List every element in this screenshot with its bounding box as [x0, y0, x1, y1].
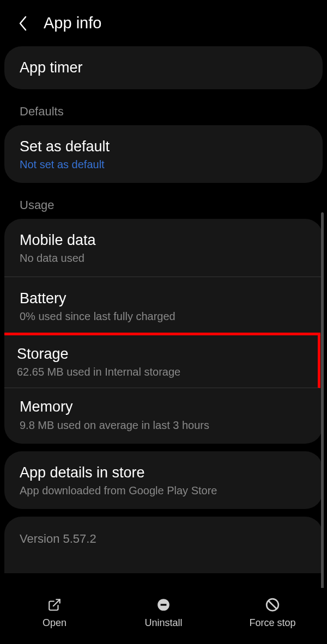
app-details-item[interactable]: App details in store App downloaded from… — [4, 451, 323, 509]
mobile-data-sub: No data used — [20, 252, 307, 265]
section-usage: Usage — [4, 191, 323, 219]
usage-card: Mobile data No data used Battery 0% used… — [4, 219, 323, 443]
svg-line-4 — [269, 601, 276, 609]
battery-item[interactable]: Battery 0% used since last fully charged — [4, 277, 323, 335]
svg-rect-2 — [161, 604, 167, 605]
app-timer-label: App timer — [20, 58, 307, 77]
open-button[interactable]: Open — [0, 598, 109, 629]
section-defaults: Defaults — [4, 97, 323, 125]
memory-title: Memory — [20, 397, 307, 416]
version-card: Version 5.57.2 — [4, 517, 323, 573]
bottom-bar: Open Uninstall Force stop — [0, 588, 327, 644]
force-stop-button[interactable]: Force stop — [218, 598, 327, 629]
app-details-title: App details in store — [20, 463, 307, 482]
uninstall-icon — [156, 598, 171, 612]
open-label: Open — [43, 617, 66, 629]
app-timer-card: App timer — [4, 46, 323, 89]
storage-sub: 62.65 MB used in Internal storage — [17, 366, 305, 378]
mobile-data-item[interactable]: Mobile data No data used — [4, 219, 323, 277]
force-stop-label: Force stop — [249, 617, 295, 629]
app-timer-item[interactable]: App timer — [4, 46, 323, 89]
set-default-sub: Not set as default — [20, 158, 307, 171]
app-details-card: App details in store App downloaded from… — [4, 451, 323, 509]
svg-line-0 — [53, 599, 60, 606]
scrollbar[interactable] — [321, 212, 324, 593]
battery-title: Battery — [20, 289, 307, 308]
version-text: Version 5.57.2 — [20, 532, 307, 546]
app-details-sub: App downloaded from Google Play Store — [20, 484, 307, 497]
battery-sub: 0% used since last fully charged — [20, 310, 307, 323]
page-title: App info — [44, 14, 101, 32]
uninstall-button[interactable]: Uninstall — [109, 598, 218, 629]
header: App info — [0, 0, 327, 46]
mobile-data-title: Mobile data — [20, 231, 307, 250]
set-default-title: Set as default — [20, 137, 307, 156]
storage-title: Storage — [17, 345, 305, 364]
content: App timer Defaults Set as default Not se… — [0, 46, 327, 573]
memory-item[interactable]: Memory 9.8 MB used on average in last 3 … — [4, 385, 323, 443]
storage-item[interactable]: Storage 62.65 MB used in Internal storag… — [4, 333, 320, 388]
open-icon — [47, 598, 62, 612]
force-stop-icon — [265, 598, 280, 612]
set-default-item[interactable]: Set as default Not set as default — [4, 125, 323, 183]
back-icon[interactable] — [16, 17, 29, 30]
defaults-card: Set as default Not set as default — [4, 125, 323, 183]
memory-sub: 9.8 MB used on average in last 3 hours — [20, 419, 307, 432]
uninstall-label: Uninstall — [144, 617, 182, 629]
